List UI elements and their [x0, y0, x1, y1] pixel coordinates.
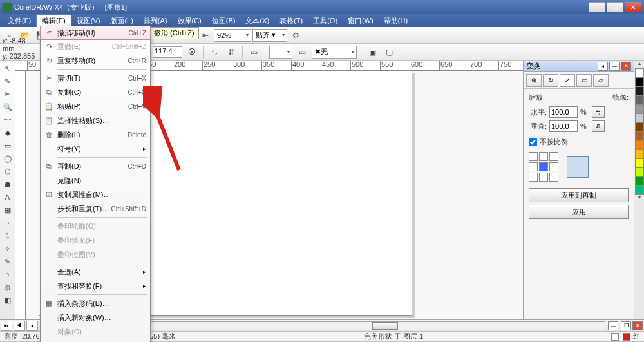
maximize-button[interactable]: ❐	[607, 2, 623, 12]
to-back-icon[interactable]: ▢	[382, 45, 396, 59]
h-scale-input[interactable]	[549, 106, 578, 118]
menu-item[interactable]: ☑复制属性自(M)…	[41, 187, 150, 202]
color-swatch[interactable]	[635, 122, 644, 131]
tab-rotate-icon[interactable]: ↻	[543, 74, 558, 87]
effects-tool-icon[interactable]: ✧	[1, 242, 15, 255]
menu-item[interactable]: ⧉再制(D)Ctrl+D	[41, 159, 150, 173]
mirror-v-button[interactable]: ⇵	[592, 120, 605, 132]
rectangle-tool-icon[interactable]: ▭	[1, 139, 15, 152]
palette-up-icon[interactable]: ▴	[634, 61, 644, 68]
tab-scale-icon[interactable]: ⤢	[560, 74, 575, 87]
menu-item[interactable]: 符号(Y)	[41, 142, 150, 156]
options-icon[interactable]: ⚙	[289, 28, 303, 43]
smartfill-tool-icon[interactable]: ◆	[1, 126, 15, 139]
color-swatch[interactable]	[635, 95, 644, 104]
eyedropper-tool-icon[interactable]: ✎	[1, 255, 15, 268]
menu-工具o[interactable]: 工具(O)	[308, 15, 343, 27]
color-swatch[interactable]	[635, 113, 644, 122]
menu-item[interactable]: 全选(A)	[41, 265, 150, 279]
page-prev-icon[interactable]: ◂	[26, 321, 38, 331]
connector-tool-icon[interactable]: ⤵	[1, 229, 15, 242]
page-rewind-icon[interactable]: ⏮	[1, 321, 12, 331]
color-swatch[interactable]	[635, 104, 644, 113]
menu-文件f[interactable]: 文件(F)	[3, 15, 36, 27]
basic-shapes-tool-icon[interactable]: ☗	[1, 178, 15, 191]
color-swatch[interactable]	[635, 185, 644, 195]
menu-版面l[interactable]: 版面(L)	[105, 15, 138, 27]
color-swatch[interactable]	[635, 140, 644, 149]
ellipse-tool-icon[interactable]: ◯	[1, 152, 15, 165]
hscroll-thumb[interactable]	[372, 322, 398, 330]
color-swatch[interactable]	[635, 131, 644, 140]
zoom-tool-icon[interactable]: 🔍	[1, 100, 15, 113]
color-swatch[interactable]	[635, 86, 644, 95]
tab-skew-icon[interactable]: ▱	[593, 74, 609, 87]
menu-帮助h[interactable]: 帮助(H)	[379, 15, 413, 27]
menu-item[interactable]: ▦插入条形码(B)…	[41, 296, 150, 310]
menu-item[interactable]: 🗑删除(L)Delete	[41, 128, 150, 142]
zoom-dropdown[interactable]: 92%	[214, 29, 251, 42]
close-button[interactable]: ✕	[625, 2, 641, 12]
docker-close-button[interactable]: ✕	[621, 62, 631, 71]
menu-视图v[interactable]: 视图(V)	[71, 15, 106, 27]
page-first-icon[interactable]: ⯇	[14, 321, 25, 331]
v-scale-input[interactable]	[549, 120, 578, 132]
menu-item[interactable]: ↶撤消移动(U)Ctrl+Z	[40, 26, 151, 40]
anchor-grid[interactable]	[529, 152, 558, 182]
color-swatch[interactable]	[635, 167, 644, 176]
interactive-fill-tool-icon[interactable]: ◧	[1, 294, 15, 307]
outline-style-icon[interactable]: ▭	[295, 45, 309, 59]
menu-item[interactable]: 克隆(N)	[41, 173, 150, 187]
menu-item[interactable]: ✂剪切(T)Ctrl+X	[41, 71, 150, 85]
to-front-icon[interactable]: ▣	[365, 45, 379, 59]
doc-close-button[interactable]: ✕	[632, 321, 643, 330]
keep-ratio-checkbox[interactable]	[529, 138, 537, 146]
shape-tool-icon[interactable]: ✎	[1, 75, 15, 88]
menu-窗口w[interactable]: 窗口(W)	[343, 15, 379, 27]
docker-min-button[interactable]: —	[609, 62, 620, 71]
menu-效果c[interactable]: 效果(C)	[173, 15, 207, 27]
menu-表格t[interactable]: 表格(T)	[274, 15, 308, 27]
tab-position-icon[interactable]: ⊕	[526, 74, 542, 87]
docker-collapse-button[interactable]: ◂	[598, 62, 608, 71]
color-swatch[interactable]	[635, 149, 644, 158]
wrap-icon[interactable]: ▭	[247, 45, 261, 59]
spinner-value[interactable]: 117.4	[153, 46, 182, 58]
menu-item[interactable]: 插入新对象(W)…	[41, 310, 150, 325]
color-swatch[interactable]	[635, 176, 644, 185]
snap-dropdown[interactable]: 贴齐 ▾	[252, 29, 287, 42]
apply-duplicate-button[interactable]: 应用到再制	[529, 188, 629, 202]
fill-dropdown[interactable]: ✖ 无	[312, 46, 357, 59]
hscrollbar[interactable]	[139, 321, 605, 330]
color-swatch[interactable]	[635, 68, 644, 77]
menu-item[interactable]: 📋选择性粘贴(S)…	[41, 113, 150, 128]
color-swatch[interactable]	[635, 158, 644, 167]
mirror-v-icon[interactable]: ⇵	[224, 45, 238, 59]
menu-排列a[interactable]: 排列(A)	[138, 15, 173, 27]
outline-dropdown[interactable]	[269, 46, 292, 59]
doc-restore-button[interactable]: ❐	[621, 321, 631, 330]
minimize-button[interactable]: —	[589, 2, 605, 12]
apply-button[interactable]: 应用	[529, 205, 629, 219]
menu-item[interactable]: 📋粘贴(P)Ctrl+V	[41, 99, 150, 113]
menu-item[interactable]: 步长和重复(T)…Ctrl+Shift+D	[41, 202, 150, 216]
menu-文本x[interactable]: 文本(X)	[240, 15, 274, 27]
menu-位图b[interactable]: 位图(B)	[207, 15, 241, 27]
table-tool-icon[interactable]: ▦	[1, 204, 15, 216]
dimension-tool-icon[interactable]: ↔	[1, 216, 15, 229]
tab-size-icon[interactable]: ▭	[576, 74, 592, 87]
palette-down-icon[interactable]: ▾	[634, 195, 644, 202]
spinner-up-icon[interactable]: ⦿	[185, 45, 199, 59]
text-tool-icon[interactable]: A	[1, 191, 15, 204]
color-swatch[interactable]	[635, 77, 644, 86]
polygon-tool-icon[interactable]: ⬠	[1, 165, 15, 178]
freehand-tool-icon[interactable]: 〰	[1, 113, 15, 126]
export-icon[interactable]: ⇤	[198, 28, 213, 43]
menu-item[interactable]: ↻重复移动(R)Ctrl+R	[41, 53, 150, 68]
menu-编辑e[interactable]: 编辑(E)	[36, 14, 71, 27]
pick-tool-icon[interactable]: ↖	[1, 62, 15, 75]
crop-tool-icon[interactable]: ✂	[1, 88, 15, 100]
menu-item[interactable]: ⧉复制(C)Ctrl+C	[41, 85, 150, 99]
menu-item[interactable]: 查找和替换(F)	[41, 279, 150, 293]
outline-tool-icon[interactable]: ○	[1, 268, 15, 281]
